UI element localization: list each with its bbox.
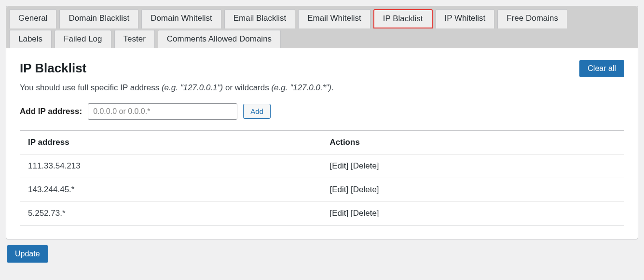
tab-domain-blacklist[interactable]: Domain Blacklist <box>59 9 138 28</box>
clear-all-button[interactable]: Clear all <box>579 60 624 77</box>
ip-cell: 5.252.73.* <box>20 201 322 225</box>
tab-labels[interactable]: Labels <box>9 30 52 48</box>
table-row: 5.252.73.*[Edit] [Delete] <box>20 201 624 225</box>
title-row: IP Blacklist Clear all <box>20 60 624 77</box>
ip-table: IP address Actions 111.33.54.213[Edit] [… <box>20 130 624 225</box>
tab-general[interactable]: General <box>9 9 56 28</box>
hint-post: . <box>331 83 334 92</box>
page-title: IP Blacklist <box>20 61 86 76</box>
col-header-ip: IP address <box>20 130 322 154</box>
edit-action[interactable]: [Edit] <box>330 185 349 194</box>
tab-free-domains[interactable]: Free Domains <box>497 9 567 28</box>
tab-ip-blacklist[interactable]: IP Blacklist <box>373 9 433 28</box>
ip-cell: 111.33.54.213 <box>20 154 322 178</box>
hint-pre: You should use full specific IP address <box>20 83 162 92</box>
hint-text: You should use full specific IP address … <box>20 83 624 93</box>
ip-cell: 143.244.45.* <box>20 178 322 201</box>
tab-failed-log[interactable]: Failed Log <box>55 30 111 48</box>
delete-action[interactable]: [Delete] <box>351 161 379 170</box>
edit-action[interactable]: [Edit] <box>330 209 349 218</box>
table-row: 111.33.54.213[Edit] [Delete] <box>20 154 624 178</box>
tab-ip-whitelist[interactable]: IP Whitelist <box>436 9 495 28</box>
tab-email-whitelist[interactable]: Email Whitelist <box>298 9 370 28</box>
col-header-actions: Actions <box>322 130 624 154</box>
settings-panel: GeneralDomain BlacklistDomain WhitelistE… <box>6 6 638 239</box>
footer: Update <box>6 239 638 263</box>
tab-tester[interactable]: Tester <box>114 30 155 48</box>
tab-comments-allowed-domains[interactable]: Comments Allowed Domains <box>158 30 281 48</box>
add-ip-label: Add IP address: <box>20 107 82 116</box>
add-ip-row: Add IP address: Add <box>20 103 624 120</box>
actions-cell: [Edit] [Delete] <box>322 201 624 225</box>
edit-action[interactable]: [Edit] <box>330 161 349 170</box>
hint-example-1: (e.g. "127.0.0.1") <box>162 83 223 92</box>
tab-domain-whitelist[interactable]: Domain Whitelist <box>141 9 221 28</box>
delete-action[interactable]: [Delete] <box>351 185 379 194</box>
tabs-row-2: LabelsFailed LogTesterComments Allowed D… <box>9 30 635 47</box>
tabs-row-1: GeneralDomain BlacklistDomain WhitelistE… <box>9 9 635 28</box>
hint-mid: or wildcards <box>223 83 271 92</box>
add-ip-input[interactable] <box>88 103 237 120</box>
actions-cell: [Edit] [Delete] <box>322 154 624 178</box>
table-row: 143.244.45.*[Edit] [Delete] <box>20 178 624 201</box>
update-button[interactable]: Update <box>7 245 48 263</box>
tabs-container: GeneralDomain BlacklistDomain WhitelistE… <box>6 6 638 48</box>
tab-content: IP Blacklist Clear all You should use fu… <box>6 48 638 239</box>
actions-cell: [Edit] [Delete] <box>322 178 624 201</box>
add-button[interactable]: Add <box>243 104 271 119</box>
tab-email-blacklist[interactable]: Email Blacklist <box>224 9 296 28</box>
hint-example-2: (e.g. "127.0.0.*") <box>271 83 331 92</box>
delete-action[interactable]: [Delete] <box>351 209 379 218</box>
